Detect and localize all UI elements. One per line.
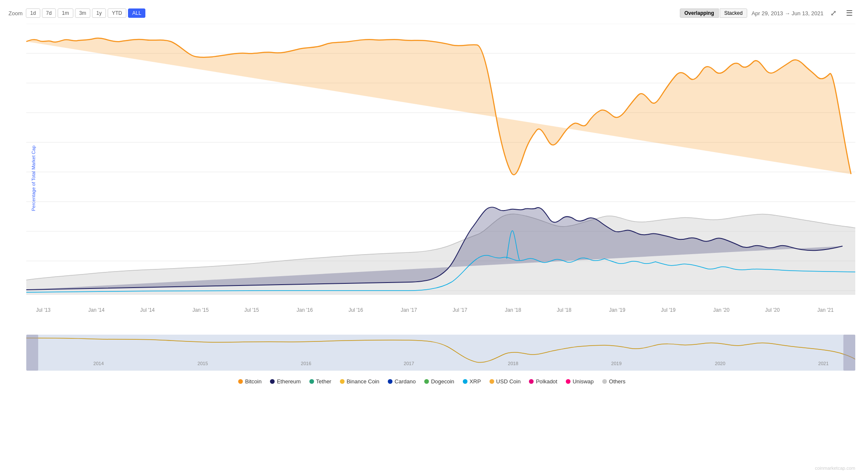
svg-text:Jul '15: Jul '15 — [244, 307, 259, 313]
svg-text:Jul '18: Jul '18 — [557, 307, 572, 313]
zoom-3m[interactable]: 3m — [75, 8, 91, 18]
svg-text:Jan '18: Jan '18 — [505, 307, 521, 313]
dogecoin-color-dot — [424, 379, 429, 384]
binance-label: Binance Coin — [347, 378, 379, 385]
zoom-ytd[interactable]: YTD — [108, 8, 126, 18]
legend-item-dogecoin[interactable]: Dogecoin — [424, 378, 454, 385]
zoom-controls: Zoom 1d 7d 1m 3m 1y YTD ALL — [8, 8, 145, 18]
ethereum-label: Ethereum — [277, 378, 300, 385]
xrp-label: XRP — [470, 378, 481, 385]
xrp-color-dot — [463, 379, 467, 384]
zoom-1y[interactable]: 1y — [92, 8, 106, 18]
svg-text:2019: 2019 — [611, 361, 622, 366]
cardano-color-dot — [388, 379, 392, 384]
usdcoin-label: USD Coin — [496, 378, 521, 385]
legend-item-others[interactable]: Others — [602, 378, 626, 385]
svg-text:Jul '19: Jul '19 — [661, 307, 676, 313]
main-container: Zoom 1d 7d 1m 3m 1y YTD ALL Overlapping … — [0, 0, 868, 474]
bitcoin-color-dot — [238, 379, 243, 384]
navigator-svg: 2014 2015 2016 2017 2018 2019 2020 2021 — [26, 335, 855, 371]
legend-item-xrp[interactable]: XRP — [463, 378, 481, 385]
uniswap-color-dot — [566, 379, 570, 384]
expand-icon[interactable]: ⤢ — [828, 8, 839, 19]
date-range: Apr 29, 2013 → Jun 13, 2021 — [751, 10, 823, 17]
view-toggle: Overlapping Stacked — [680, 8, 747, 18]
zoom-label: Zoom — [8, 10, 22, 17]
legend-item-polkadot[interactable]: Polkadot — [529, 378, 557, 385]
svg-text:2021: 2021 — [818, 361, 829, 366]
main-chart-svg: 0% 10% 20% 30% 40% 50% 60% 70% 80% 90% — [26, 24, 855, 320]
dogecoin-label: Dogecoin — [431, 378, 454, 385]
polkadot-label: Polkadot — [536, 378, 557, 385]
svg-text:Jul '13: Jul '13 — [36, 307, 51, 313]
svg-text:Jan '19: Jan '19 — [609, 307, 626, 313]
svg-text:Jan '20: Jan '20 — [713, 307, 730, 313]
chart-wrapper: Percentage of Total Market Cap 0% 10% 20… — [8, 24, 855, 333]
bitcoin-label: Bitcoin — [245, 378, 262, 385]
top-controls: Zoom 1d 7d 1m 3m 1y YTD ALL Overlapping … — [8, 4, 855, 22]
svg-text:2018: 2018 — [508, 361, 518, 366]
svg-rect-37 — [26, 335, 855, 371]
svg-text:2015: 2015 — [198, 361, 208, 366]
tether-label: Tether — [316, 378, 331, 385]
svg-text:Jul '16: Jul '16 — [348, 307, 363, 313]
svg-text:Jan '15: Jan '15 — [192, 307, 209, 313]
cardano-label: Cardano — [395, 378, 416, 385]
zoom-all[interactable]: ALL — [128, 8, 145, 18]
legend-item-bitcoin[interactable]: Bitcoin — [238, 378, 262, 385]
svg-text:Jan '17: Jan '17 — [401, 307, 417, 313]
stacked-btn[interactable]: Stacked — [720, 8, 747, 18]
usdcoin-color-dot — [490, 379, 494, 384]
right-controls: Overlapping Stacked Apr 29, 2013 → Jun 1… — [680, 8, 855, 19]
ethereum-color-dot — [270, 379, 275, 384]
svg-rect-39 — [843, 335, 855, 371]
svg-text:2014: 2014 — [93, 361, 104, 366]
menu-icon[interactable]: ☰ — [843, 8, 855, 19]
svg-text:Jul '17: Jul '17 — [453, 307, 467, 313]
tether-color-dot — [309, 379, 314, 384]
zoom-7d[interactable]: 7d — [42, 8, 56, 18]
legend: Bitcoin Ethereum Tether Binance Coin Car… — [8, 374, 855, 389]
uniswap-label: Uniswap — [573, 378, 594, 385]
others-color-dot — [602, 379, 607, 384]
legend-item-binance[interactable]: Binance Coin — [340, 378, 379, 385]
svg-text:Jan '21: Jan '21 — [818, 307, 834, 313]
navigator: 2014 2015 2016 2017 2018 2019 2020 2021 — [26, 335, 855, 371]
zoom-1m[interactable]: 1m — [58, 8, 73, 18]
legend-item-tether[interactable]: Tether — [309, 378, 331, 385]
watermark: coinmarketcap.com — [815, 466, 855, 471]
legend-item-usdcoin[interactable]: USD Coin — [490, 378, 521, 385]
others-label: Others — [609, 378, 626, 385]
svg-text:Jan '14: Jan '14 — [88, 307, 105, 313]
svg-text:2017: 2017 — [404, 361, 415, 366]
svg-text:Jul '20: Jul '20 — [765, 307, 780, 313]
svg-text:Jul '14: Jul '14 — [140, 307, 155, 313]
svg-text:2020: 2020 — [715, 361, 726, 366]
polkadot-color-dot — [529, 379, 534, 384]
svg-text:Jan '16: Jan '16 — [297, 307, 313, 313]
svg-rect-38 — [26, 335, 38, 371]
svg-text:2016: 2016 — [301, 361, 312, 366]
legend-item-uniswap[interactable]: Uniswap — [566, 378, 594, 385]
binance-color-dot — [340, 379, 345, 384]
legend-item-ethereum[interactable]: Ethereum — [270, 378, 300, 385]
zoom-1d[interactable]: 1d — [26, 8, 40, 18]
overlapping-btn[interactable]: Overlapping — [680, 8, 719, 18]
legend-item-cardano[interactable]: Cardano — [388, 378, 416, 385]
